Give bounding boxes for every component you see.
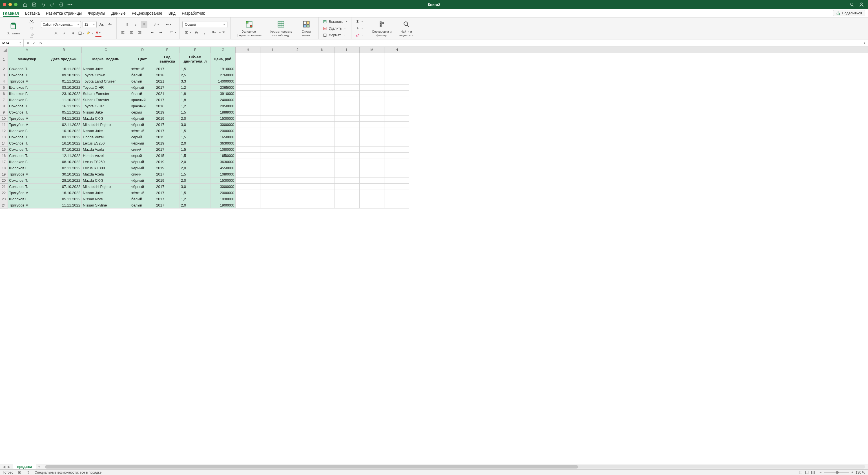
data-cell[interactable] [335,196,360,202]
fill-button[interactable]: ▾ [354,26,364,31]
data-cell[interactable]: жёлтый [130,66,155,72]
data-cell[interactable] [285,134,310,140]
data-cell[interactable] [360,91,384,97]
data-cell[interactable] [360,153,384,159]
row-header[interactable]: 2 [0,66,8,72]
data-cell[interactable] [260,171,285,178]
data-cell[interactable] [236,159,260,165]
header-cell[interactable] [360,53,384,66]
data-cell[interactable]: Nissan Juke [82,128,130,134]
data-cell[interactable] [310,134,335,140]
data-cell[interactable] [360,184,384,190]
align-center-icon[interactable] [128,29,135,36]
data-cell[interactable]: Шолохов Г. [8,196,46,202]
data-cell[interactable]: Toyota Land Cruiser [82,78,130,85]
data-cell[interactable] [384,85,409,91]
conditional-formatting-button[interactable]: Условное форматирование [234,19,265,38]
data-cell[interactable]: 3000000 [211,184,236,190]
data-cell[interactable] [335,85,360,91]
data-cell[interactable]: 09.10.2022 [46,72,82,78]
data-cell[interactable]: 2000000 [211,128,236,134]
data-cell[interactable] [360,103,384,109]
data-cell[interactable]: Соколов П. [8,140,46,147]
italic-icon[interactable]: К [61,30,68,37]
header-cell[interactable] [384,53,409,66]
data-cell[interactable]: 2019 [155,109,180,116]
border-icon[interactable] [78,30,85,37]
row-header[interactable]: 14 [0,140,8,147]
data-cell[interactable] [384,171,409,178]
spreadsheet-grid[interactable]: ABCDEFGHIJKLMN 1МенеджерДата продажиМарк… [0,47,868,464]
data-cell[interactable]: 1,5 [180,109,211,116]
header-cell[interactable] [310,53,335,66]
copy-icon[interactable] [28,26,35,31]
data-cell[interactable]: 2,0 [180,116,211,122]
data-cell[interactable] [310,159,335,165]
data-cell[interactable]: 2017 [155,97,180,103]
zoom-level[interactable]: 130 % [856,471,865,474]
row-header[interactable]: 6 [0,91,8,97]
data-cell[interactable] [384,184,409,190]
data-cell[interactable]: 28.10.2022 [46,178,82,184]
data-cell[interactable]: чёрный [130,159,155,165]
name-box[interactable]: M74 ▲▼ [0,39,24,46]
data-cell[interactable] [236,190,260,196]
column-header[interactable]: L [335,47,360,53]
sheet-tab-active[interactable]: продажи [13,464,36,469]
maximize-window[interactable] [14,3,18,6]
data-cell[interactable] [360,178,384,184]
data-cell[interactable]: 2,0 [180,178,211,184]
ribbon-tab[interactable]: Данные [111,10,126,17]
data-cell[interactable] [310,97,335,103]
data-cell[interactable]: 1,5 [180,66,211,72]
data-cell[interactable] [384,147,409,153]
data-cell[interactable]: чёрный [130,184,155,190]
paste-button[interactable]: Вставить [4,20,22,36]
data-cell[interactable] [285,153,310,159]
horizontal-scrollbar[interactable] [45,465,865,469]
data-cell[interactable]: 1650000 [211,153,236,159]
data-cell[interactable] [260,72,285,78]
data-cell[interactable]: 2019 [155,116,180,122]
data-cell[interactable]: 1888000 [211,109,236,116]
data-cell[interactable]: Nissan Juke [82,190,130,196]
data-cell[interactable]: 1650000 [211,134,236,140]
data-cell[interactable]: белый [130,78,155,85]
row-header[interactable]: 17 [0,159,8,165]
data-cell[interactable] [310,165,335,171]
data-cell[interactable] [236,122,260,128]
data-cell[interactable] [260,66,285,72]
align-middle-icon[interactable]: ↕ [132,21,139,28]
data-cell[interactable] [384,72,409,78]
data-cell[interactable]: 2021 [155,78,180,85]
data-cell[interactable] [384,196,409,202]
data-cell[interactable]: чёрный [130,122,155,128]
row-header[interactable]: 15 [0,147,8,153]
data-cell[interactable]: 1080000 [211,171,236,178]
data-cell[interactable] [236,85,260,91]
data-cell[interactable]: Mazda Axela [82,171,130,178]
data-cell[interactable]: 05.11.2022 [46,109,82,116]
data-cell[interactable]: 2017 [155,184,180,190]
data-cell[interactable] [310,202,335,209]
data-cell[interactable]: 3,3 [180,78,211,85]
ribbon-tab[interactable]: Разработчик [182,10,205,17]
data-cell[interactable] [360,140,384,147]
data-cell[interactable]: 1,8 [180,91,211,97]
data-cell[interactable] [310,122,335,128]
data-cell[interactable]: Шолохов Г. [8,91,46,97]
data-cell[interactable] [310,66,335,72]
wrap-text-icon[interactable]: ↩ [165,21,172,28]
data-cell[interactable] [236,178,260,184]
data-cell[interactable] [285,190,310,196]
data-cell[interactable]: 2017 [155,202,180,209]
header-cell[interactable]: Цвет [130,53,155,66]
data-cell[interactable] [335,134,360,140]
data-cell[interactable]: 4550000 [211,165,236,171]
column-header[interactable]: H [236,47,260,53]
data-cell[interactable]: Toyota C-HR [82,85,130,91]
data-cell[interactable] [335,78,360,85]
data-cell[interactable]: 2,5 [180,72,211,78]
data-cell[interactable] [335,147,360,153]
row-header[interactable]: 4 [0,78,8,85]
